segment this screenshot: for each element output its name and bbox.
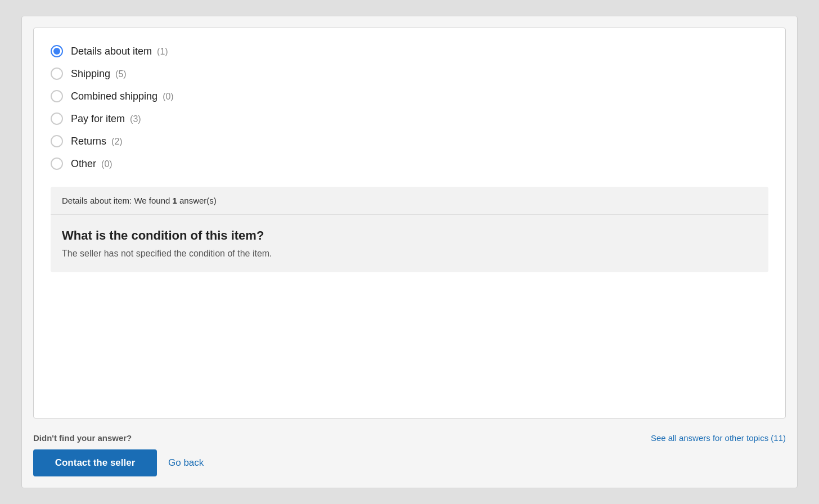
radio-label-other: Other (0) [71, 158, 112, 170]
results-header: Details about item: We found 1 answer(s) [51, 187, 768, 215]
results-answer: What is the condition of this item? The … [51, 215, 768, 272]
contact-seller-button[interactable]: Contact the seller [33, 449, 157, 476]
go-back-link[interactable]: Go back [168, 457, 204, 469]
results-answer-text: The seller has not specified the conditi… [62, 249, 757, 259]
results-question: What is the condition of this item? [62, 228, 757, 243]
radio-circle-other[interactable] [51, 158, 63, 170]
radio-count-combined-shipping: (0) [163, 92, 174, 101]
radio-label-shipping: Shipping (5) [71, 68, 127, 80]
page-container: Details about item (1) Shipping (5) Comb… [21, 16, 798, 488]
left-bottom: Didn't find your answer? Contact the sel… [33, 433, 204, 476]
radio-label-details: Details about item (1) [71, 46, 168, 57]
radio-circle-shipping[interactable] [51, 68, 63, 80]
radio-count-details: (1) [157, 47, 168, 56]
radio-group: Details about item (1) Shipping (5) Comb… [51, 45, 768, 170]
radio-count-pay-for-item: (3) [130, 114, 141, 124]
radio-item-shipping[interactable]: Shipping (5) [51, 68, 768, 80]
see-all-link[interactable]: See all answers for other topics (11) [651, 433, 786, 443]
radio-count-shipping: (5) [115, 69, 127, 79]
bottom-actions-row: Contact the seller Go back [33, 449, 204, 476]
radio-circle-returns[interactable] [51, 135, 63, 147]
radio-item-pay-for-item[interactable]: Pay for item (3) [51, 112, 768, 125]
radio-count-other: (0) [101, 159, 112, 169]
radio-item-details[interactable]: Details about item (1) [51, 45, 768, 57]
radio-label-pay-for-item: Pay for item (3) [71, 113, 141, 125]
radio-count-returns: (2) [111, 137, 123, 146]
main-card: Details about item (1) Shipping (5) Comb… [33, 28, 786, 418]
results-section: Details about item: We found 1 answer(s)… [51, 187, 768, 272]
radio-item-returns[interactable]: Returns (2) [51, 135, 768, 147]
radio-item-other[interactable]: Other (0) [51, 158, 768, 170]
radio-circle-combined-shipping[interactable] [51, 90, 63, 102]
radio-label-combined-shipping: Combined shipping (0) [71, 91, 174, 102]
bottom-section: Didn't find your answer? Contact the sel… [33, 428, 786, 476]
didnt-find-text: Didn't find your answer? [33, 433, 204, 443]
radio-circle-pay-for-item[interactable] [51, 112, 63, 125]
radio-item-combined-shipping[interactable]: Combined shipping (0) [51, 90, 768, 102]
radio-circle-details[interactable] [51, 45, 63, 57]
radio-label-returns: Returns (2) [71, 136, 123, 147]
